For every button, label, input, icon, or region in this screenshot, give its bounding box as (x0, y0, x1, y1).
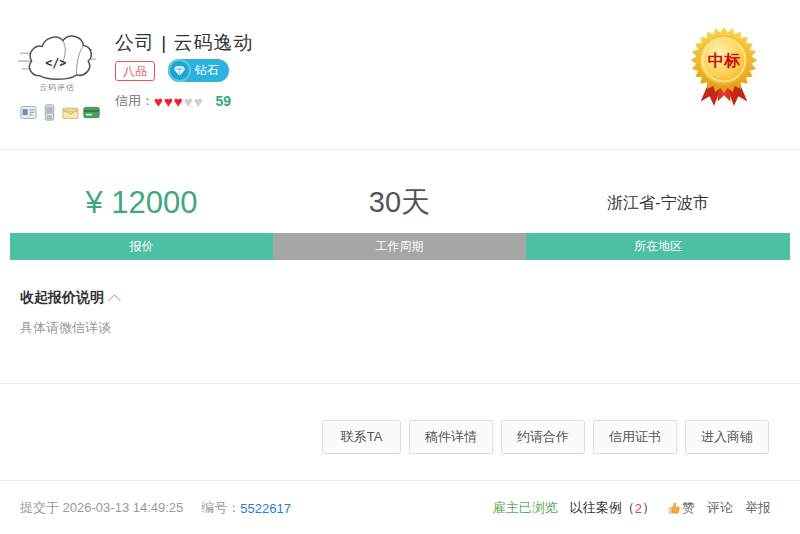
region-value: 浙江省-宁波市 (526, 180, 790, 226)
avatar-caption: 云码评估 (39, 83, 74, 92)
action-button-3[interactable]: 约请合作 (501, 420, 585, 454)
cloud-sketch-icon: </> 云码评估 (18, 24, 96, 102)
like-link[interactable]: 赞 (667, 499, 695, 517)
past-cases-prefix: 以往案例（ (570, 499, 635, 517)
heart-filled-icon: ♥ (174, 94, 183, 109)
footer-links: 雇主已浏览 以往案例（ 2 ） 赞 评论 举报 (481, 499, 771, 517)
credit-score: 59 (216, 93, 232, 109)
verification-icons (20, 104, 100, 121)
heart-filled-icon: ♥ (164, 94, 173, 109)
quote-collapse-toggle[interactable]: 收起报价说明 (20, 289, 119, 307)
chevron-up-icon (108, 294, 121, 307)
stats-bar: 报价 工作周期 所在地区 (10, 233, 790, 260)
heart-filled-icon: ♥ (154, 94, 163, 109)
past-cases-link[interactable]: 以往案例（ 2 ） (570, 499, 655, 517)
past-cases-count: 2 (635, 501, 642, 516)
comment-link[interactable]: 评论 (707, 499, 733, 517)
credit-hearts: ♥♥♥♥♥ (154, 94, 204, 109)
bid-card: </> 云码评估 公司 | 云码逸动 (0, 0, 800, 534)
credit-label: 信用： (115, 92, 154, 110)
bid-number-link[interactable]: 5522617 (240, 501, 291, 516)
badge-row: 八品 钻石 (115, 59, 229, 82)
duration-value: 30天 (273, 180, 526, 226)
divider (0, 480, 800, 481)
diamond-badge-label: 钻石 (195, 62, 219, 79)
bankcard-icon (83, 104, 100, 121)
award-medal: 中标 (688, 26, 760, 112)
thumb-up-icon (667, 501, 681, 515)
action-button-2[interactable]: 稿件详情 (409, 420, 493, 454)
stats-values: ¥ 12000 30天 浙江省-宁波市 (10, 180, 790, 226)
diamond-icon (168, 59, 191, 82)
price-value: ¥ 12000 (10, 180, 273, 226)
divider (0, 149, 800, 150)
action-button-4[interactable]: 信用证书 (593, 420, 677, 454)
divider (0, 383, 800, 384)
footer-meta: 提交于 2026-03-13 14:49:25 编号： 5522617 (20, 499, 291, 517)
quote-description: 具体请微信详谈 (20, 319, 111, 337)
region-label: 所在地区 (526, 233, 790, 260)
award-badge-label: 中标 (708, 51, 741, 69)
diamond-badge: 钻石 (168, 59, 229, 82)
duration-label: 工作周期 (273, 233, 526, 260)
credit-row: 信用： ♥♥♥♥♥ 59 (115, 92, 231, 110)
employer-viewed-status: 雇主已浏览 (493, 499, 558, 517)
company-avatar[interactable]: </> 云码评估 (18, 24, 96, 102)
quote-toggle-label: 收起报价说明 (20, 289, 104, 307)
rank-badge: 八品 (115, 61, 155, 81)
company-title: 公司 | 云码逸动 (115, 30, 254, 56)
action-button-5[interactable]: 进入商铺 (685, 420, 769, 454)
number-label: 编号： (201, 499, 240, 517)
past-cases-suffix: ） (642, 499, 655, 517)
action-button-1[interactable]: 联系TA (322, 420, 401, 454)
heart-empty-icon: ♥ (194, 94, 203, 109)
submitted-timestamp: 提交于 2026-03-13 14:49:25 (20, 499, 183, 517)
like-label: 赞 (682, 499, 695, 517)
phone-icon (41, 104, 58, 121)
action-buttons: 联系TA稿件详情约请合作信用证书进入商铺 (322, 420, 769, 454)
gold-medal-icon: 中标 (688, 26, 760, 109)
avatar-code-glyph: </> (45, 56, 66, 70)
email-icon (62, 104, 79, 121)
heart-empty-icon: ♥ (184, 94, 193, 109)
report-link[interactable]: 举报 (745, 499, 771, 517)
idcard-icon (20, 104, 37, 121)
price-label: 报价 (10, 233, 273, 260)
